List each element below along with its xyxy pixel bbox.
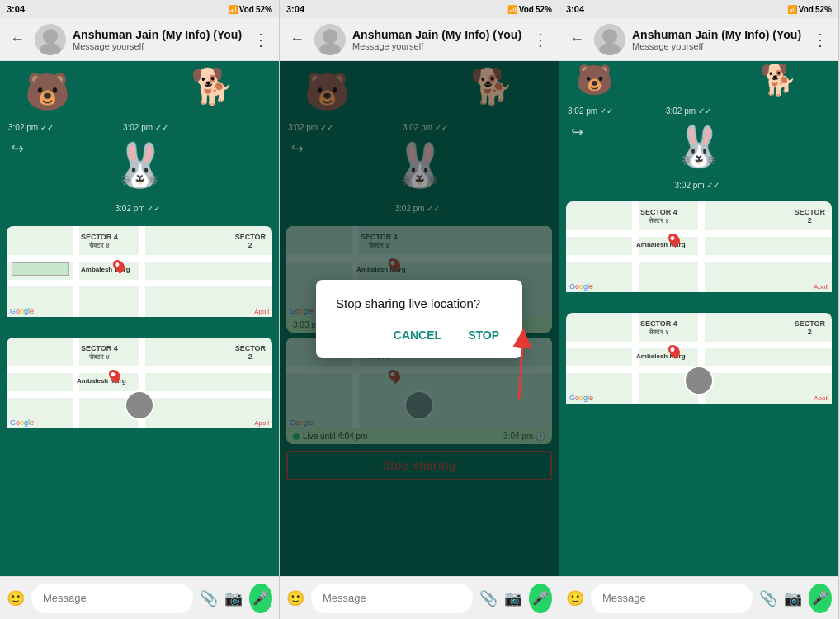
sticker-times-row1: 3:02 pm ✓✓ 3:02 pm ✓✓ [8,123,172,132]
dialog-actions: Cancel Stop [336,324,503,347]
attach-icon-1[interactable]: 📎 [200,589,218,607]
map-card-static-1[interactable]: SECTOR 4सेक्टर ४ SECTOR2 Ambalesh Marg G… [7,226,272,333]
input-bar-3: 🙂 📎 📷 🎤 [559,576,838,619]
chat-area-3: 🐻 🐕 3:02 pm ✓✓ 3:02 pm ✓✓ ↪ 🐰 3:02 pm ✓✓ [559,61,838,576]
cancel-button[interactable]: Cancel [390,324,445,347]
emoji-icon-2[interactable]: 🙂 [286,589,304,607]
dog-emoji-3: 🐕 [760,63,797,97]
signal-icon: Vod [239,5,254,14]
sticker-bear: 🐻 [25,73,70,110]
svg-point-11 [599,43,621,55]
svg-point-2 [134,396,145,408]
message-input-3[interactable] [591,584,753,613]
sticker-rabbit: 🐰 [113,144,167,187]
svg-point-13 [690,384,707,394]
status-icons-2: 📶 Vod 52% [507,5,552,14]
svg-point-4 [323,29,337,44]
sticker-time-dog: 3:02 pm ✓✓ [123,123,172,132]
dialog-box: Stop sharing live location? Cancel Stop [316,280,522,358]
back-button-1[interactable]: ← [7,27,28,51]
contact-name-1: Anshuman Jain (My Info) (You) [73,28,243,41]
stop-button[interactable]: Stop [465,324,503,347]
contact-name-3: Anshuman Jain (My Info) (You) [632,28,802,41]
svg-point-12 [693,371,705,383]
status-icons-3: 📶 Vod 52% [787,5,832,14]
apollo-label-3: Apoll [814,283,828,291]
sticker-rabbit-3: 🐰 [674,127,724,167]
contact-info-1: Anshuman Jain (My Info) (You) Message yo… [73,28,243,51]
contact-name-2: Anshuman Jain (My Info) (You) [352,28,522,41]
status-time-1: 3:04 [7,4,25,14]
input-bar-2: 🙂 📎 📷 🎤 [280,576,559,619]
road-v1 [73,226,79,317]
camera-icon-1[interactable]: 📷 [224,589,243,607]
dialog-overlay: Stop sharing live location? Cancel Stop [280,61,559,576]
message-input-1[interactable] [31,584,193,613]
signal-icon-3: Vod [799,5,814,14]
svg-point-1 [40,43,61,55]
bear-emoji: 🐻 [25,73,70,110]
time-rabbit-3: 3:02 pm ✓✓ [559,177,838,191]
camera-icon-2[interactable]: 📷 [504,589,522,607]
svg-point-3 [130,409,148,418]
google-logo-6: Google [569,394,593,402]
map-card-static-3[interactable]: SECTOR 4सेक्टर ४ SECTOR2 Ambalesh Marg G… [566,201,832,308]
avatar-2 [314,24,346,55]
sticker-time-rabbit: 3:02 pm ✓✓ [0,200,279,215]
message-input-2[interactable] [311,584,473,613]
status-time-3: 3:04 [566,4,584,14]
attach-icon-3[interactable]: 📎 [759,589,777,607]
more-button-2[interactable]: ⋮ [529,26,552,53]
status-bar-1: 3:04 📶 Vod 52% [0,0,279,18]
sector-label-1: SECTOR 4सेक्टर ४ [81,233,118,250]
map-card-live-1[interactable]: SECTOR 4सेक्टर ४ SECTOR2 Ambalesh Marg G… [7,338,272,444]
map-avatar-3 [684,366,714,395]
google-logo-5: Google [569,282,593,291]
svg-point-5 [319,43,341,55]
dog-emoji: 🐕 [191,69,234,104]
contact-info-3: Anshuman Jain (My Info) (You) Message yo… [632,28,802,51]
sector-label-10: SECTOR2 [795,319,825,336]
rabbit-emoji-3: 🐰 [674,125,724,168]
svg-point-10 [602,29,617,44]
camera-icon-3[interactable]: 📷 [784,589,802,607]
map-render-1: SECTOR 4सेक्टर ४ SECTOR2 Ambalesh Marg G… [7,226,272,317]
map-render-2: SECTOR 4सेक्टर ४ SECTOR2 Ambalesh Marg G… [7,338,272,428]
back-button-3[interactable]: ← [566,27,588,51]
forward-arrow-3: ↪ [571,123,583,141]
wifi-icon-2: 📶 [507,5,517,14]
status-icons-1: 📶 Vod 52% [228,5,272,14]
chat-area-1: 🐻 🐕 3:02 pm ✓✓ 3:02 pm ✓✓ ↪ 🐰 3:02 pm ✓✓ [0,61,279,576]
map-render-5: SECTOR 4सेक्टर ४ SECTOR2 Ambalesh Marg G… [566,201,832,292]
map-render-6: SECTOR 4सेक्टर ४ SECTOR2 Ambalesh Marg G… [566,313,832,404]
sector-label-4: SECTOR2 [235,344,266,361]
battery-icon-2: 52% [536,5,552,14]
more-button-3[interactable]: ⋮ [809,26,832,53]
emoji-icon-3[interactable]: 🙂 [566,589,584,607]
google-logo-1: Google [10,307,34,315]
more-button-1[interactable]: ⋮ [249,26,272,53]
emoji-icon-1[interactable]: 🙂 [7,589,25,607]
svg-point-0 [43,29,58,44]
mic-button-1[interactable]: 🎤 [249,584,272,613]
sector-label-2: SECTOR2 [235,233,266,249]
avatar-1 [35,24,66,55]
app-bar-2: ← Anshuman Jain (My Info) (You) Message … [280,18,559,61]
app-bar-3: ← Anshuman Jain (My Info) (You) Message … [559,18,838,61]
signal-icon-2: Vod [519,5,534,14]
sector-label-7: SECTOR 4सेक्टर ४ [640,208,677,225]
stickers-section-1: 🐻 🐕 3:02 pm ✓✓ 3:02 pm ✓✓ ↪ 🐰 3:02 pm ✓✓ [0,61,279,226]
input-bar-1: 🙂 📎 📷 🎤 [0,576,279,619]
chat-area-2: 🐻 🐕 3:02 pm ✓✓ 3:02 pm ✓✓ ↪ 🐰 3:02 pm ✓✓ [280,61,559,576]
avatar-3 [594,24,625,55]
wifi-icon: 📶 [228,5,238,14]
sticker-bear-3: 🐻 [576,65,613,95]
phone-panel-1: 3:04 📶 Vod 52% ← Anshuman Jain (My Info)… [0,0,280,619]
status-bar-3: 3:04 📶 Vod 52% [559,0,838,18]
mic-button-2[interactable]: 🎤 [529,584,552,613]
back-button-2[interactable]: ← [286,27,308,51]
mic-button-3[interactable]: 🎤 [809,584,832,613]
sticker-dog-3: 🐕 [760,65,797,95]
contact-sub-1: Message yourself [73,41,243,51]
attach-icon-2[interactable]: 📎 [479,589,498,607]
